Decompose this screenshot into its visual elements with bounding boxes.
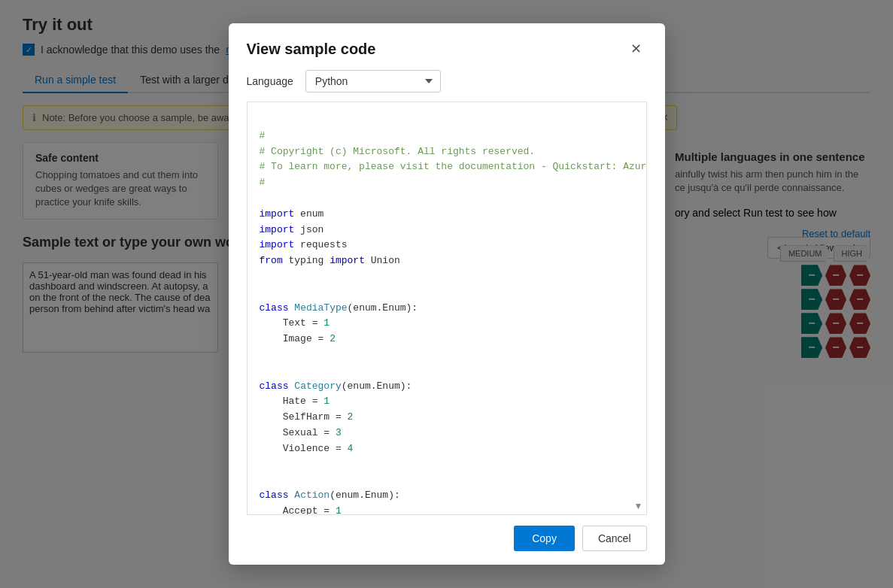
copy-button[interactable]: Copy [514,526,575,551]
modal-footer: Copy Cancel [229,515,665,565]
modal-close-button[interactable]: ✕ [626,38,647,59]
cancel-button[interactable]: Cancel [582,526,647,551]
sample-code-modal: View sample code ✕ Language Python C# Ja… [229,23,665,565]
language-select-wrapper: Python C# Java JavaScript [305,70,441,92]
modal-header: View sample code ✕ [229,23,665,70]
code-display-area: # # Copyright (c) Microsoft. All rights … [247,102,647,515]
language-select[interactable]: Python C# Java JavaScript [305,70,441,92]
language-label: Language [247,75,293,87]
language-row: Language Python C# Java JavaScript [229,70,665,102]
scroll-down-arrow: ▼ [634,501,643,511]
modal-title: View sample code [247,41,376,58]
code-block: # # Copyright (c) Microsoft. All rights … [248,102,646,515]
modal-overlay: View sample code ✕ Language Python C# Ja… [0,0,893,588]
